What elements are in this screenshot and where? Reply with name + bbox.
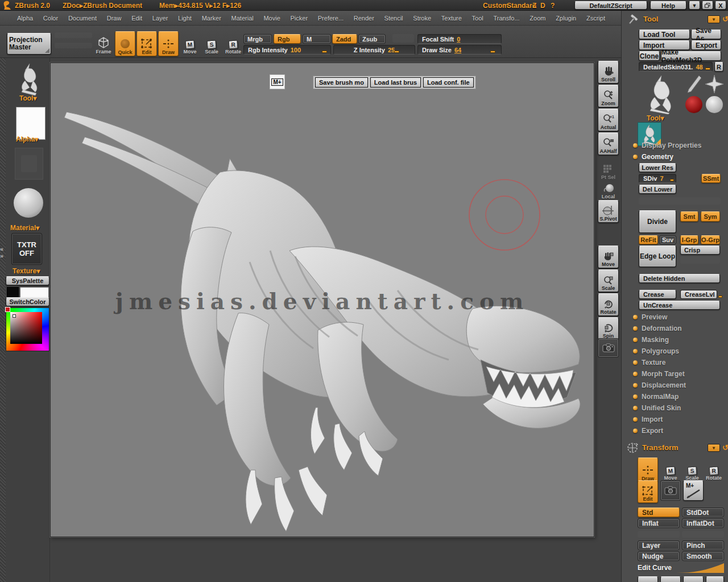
edge-loop-button[interactable]: Edge Loop: [639, 246, 676, 267]
section-export[interactable]: Export: [633, 427, 663, 435]
igrp-button[interactable]: I-Grp: [680, 235, 698, 244]
save-brush-button[interactable]: Save brush mo: [315, 77, 368, 88]
strip-scale-button[interactable]: Scale: [598, 269, 619, 292]
slider-handle[interactable]: [394, 51, 399, 53]
make-polymesh3d-button[interactable]: Make PolyMesh3D: [661, 51, 721, 61]
texture-tray-label[interactable]: Texture▾: [13, 267, 40, 275]
local-button[interactable]: Local: [598, 177, 619, 200]
lower-res-button[interactable]: Lower Res: [639, 163, 676, 172]
z-intensity-slider[interactable]: Z Intensity 25: [333, 45, 415, 55]
s-pivot-button[interactable]: S.Pivot: [598, 200, 619, 223]
rgb-button[interactable]: Rgb: [274, 34, 301, 44]
suv-button[interactable]: Suv: [659, 235, 676, 244]
save-as-button[interactable]: Save As: [691, 30, 721, 39]
color-picker-cursor[interactable]: [13, 314, 16, 318]
nudge-brush-button[interactable]: Nudge: [638, 551, 680, 561]
bottom-partial-button[interactable]: [660, 576, 681, 582]
zoom-button[interactable]: Zoom: [598, 85, 619, 107]
scale-gyro-button[interactable]: S Scale: [201, 32, 222, 55]
switchcolor-button[interactable]: SwitchColor: [6, 297, 49, 306]
snapshot-camera-button[interactable]: [598, 338, 619, 357]
bottom-partial-button[interactable]: [706, 576, 724, 582]
r-button[interactable]: R: [714, 62, 723, 72]
delete-hidden-button[interactable]: Delete Hidden: [639, 274, 720, 283]
transform-panel-reset-icon[interactable]: ↺: [722, 443, 728, 452]
menu-movie[interactable]: Movie: [263, 15, 280, 22]
menu-draw[interactable]: Draw: [107, 15, 122, 22]
layer-brush-button[interactable]: Layer: [638, 541, 680, 550]
slider-handle[interactable]: [718, 296, 722, 298]
menu-texture[interactable]: Texture: [441, 15, 462, 22]
tool-tray-label[interactable]: Tool▾: [19, 94, 36, 102]
menu-edit[interactable]: Edit: [131, 15, 142, 22]
menu-color[interactable]: Color: [43, 15, 58, 22]
quick-button[interactable]: Quick: [115, 31, 135, 56]
mrgb-button[interactable]: Mrgb: [243, 34, 272, 44]
transform-camera-button[interactable]: [660, 480, 681, 501]
z-toggle-button[interactable]: Z: [532, 2, 536, 10]
section-geometry[interactable]: Geometry: [633, 153, 673, 161]
transform-scale-button[interactable]: S Scale: [682, 459, 702, 481]
transform-draw-button[interactable]: Draw: [638, 458, 658, 483]
divide-button[interactable]: Divide: [639, 210, 676, 233]
menu-marker[interactable]: Marker: [202, 15, 221, 22]
menu-layer[interactable]: Layer: [152, 15, 168, 22]
rgb-intensity-slider[interactable]: Rgb Intensity 100: [243, 45, 331, 55]
tool-thumb-red-sphere[interactable]: [684, 95, 704, 114]
transform-panel-title[interactable]: Transform: [642, 443, 679, 452]
current-texture-thumbnail[interactable]: [15, 148, 43, 180]
menu-document[interactable]: Document: [68, 15, 97, 22]
strip-rotate-button[interactable]: Rotate: [598, 293, 619, 316]
inflatdot-brush-button[interactable]: InflatDot: [682, 518, 724, 528]
del-lower-button[interactable]: Del Lower: [639, 185, 676, 194]
menu-tool[interactable]: Tool: [472, 15, 483, 22]
smt-button[interactable]: Smt: [680, 211, 698, 222]
projection-master-button[interactable]: Projection Master: [7, 33, 51, 55]
tool-thumb-gray-sphere[interactable]: [705, 95, 724, 114]
focal-shift-slider[interactable]: Focal Shift 0: [417, 34, 502, 44]
section-morph-target[interactable]: Morph Target: [633, 370, 685, 378]
draw-size-slider[interactable]: Draw Size 64: [417, 45, 502, 55]
secondary-color-swatch[interactable]: [20, 287, 49, 298]
smooth-brush-button[interactable]: Smooth: [682, 551, 724, 561]
std-brush-button[interactable]: Std: [638, 508, 680, 517]
zsub-button[interactable]: Zsub: [358, 34, 386, 44]
menu-transform[interactable]: Transfo...: [494, 15, 520, 22]
transform-edit-button[interactable]: Edit: [638, 480, 658, 503]
menu-picker[interactable]: Picker: [291, 15, 308, 22]
menu-stroke[interactable]: Stroke: [413, 15, 431, 22]
tool-panel-dropdown-button[interactable]: ▼: [708, 15, 720, 23]
slider-handle[interactable]: [490, 51, 495, 53]
color-picker-sv-area[interactable]: [10, 312, 42, 344]
current-tool-thumbnail[interactable]: [13, 61, 47, 97]
transform-mplus-button[interactable]: M+: [683, 480, 704, 501]
stddot-brush-button[interactable]: StdDot: [682, 508, 724, 517]
custom-button[interactable]: Custom: [483, 2, 508, 10]
main-color-swatch[interactable]: [7, 287, 19, 298]
ogrp-button[interactable]: O-Grp: [701, 235, 720, 244]
bottom-partial-button[interactable]: [683, 576, 704, 582]
menu-render[interactable]: Render: [354, 15, 374, 22]
menu-light[interactable]: Light: [178, 15, 192, 22]
color-picker[interactable]: [6, 307, 49, 351]
slider-handle[interactable]: [322, 51, 327, 53]
load-last-brush-button[interactable]: Load last brus: [370, 77, 421, 88]
material-tray-label[interactable]: Material▾: [10, 224, 39, 232]
edit-curve-label[interactable]: Edit Curve: [638, 564, 672, 572]
creaselvl-slider[interactable]: CreaseLvl: [680, 290, 717, 299]
section-import[interactable]: Import: [633, 415, 663, 423]
current-material-thumbnail[interactable]: [13, 186, 44, 219]
menu-stencil[interactable]: Stencil: [384, 15, 403, 22]
actual-button[interactable]: ×1 Actual: [598, 109, 619, 131]
rotate-gyro-button[interactable]: R Rotate: [223, 32, 243, 55]
sdiv-slider[interactable]: SDiv 7: [639, 174, 676, 183]
edit-curve-graph[interactable]: [676, 562, 724, 573]
clone-button[interactable]: Clone: [639, 51, 660, 61]
syspalette-button[interactable]: SysPalette: [6, 276, 49, 285]
tool-thumb-star[interactable]: [705, 74, 724, 94]
menu-preferences[interactable]: Prefere...: [318, 15, 344, 22]
strip-spin-button[interactable]: Spin: [598, 317, 619, 340]
transform-panel-dropdown-button[interactable]: ▼: [708, 444, 720, 452]
tool-panel-title[interactable]: Tool: [643, 15, 658, 23]
section-display-properties[interactable]: Display Properties: [633, 142, 701, 149]
